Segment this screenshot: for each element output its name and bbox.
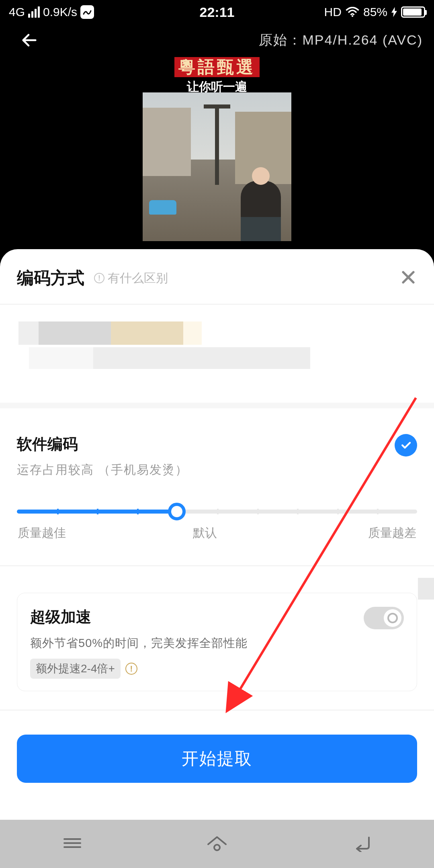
network-type: 4G xyxy=(9,5,25,19)
accel-badge: 额外提速2-4倍+ xyxy=(30,659,121,679)
warning-icon[interactable]: ! xyxy=(125,663,137,675)
quality-slider[interactable]: 质量越佳 默认 质量越差 xyxy=(0,490,434,545)
preview-title: 粵語甄選 xyxy=(174,57,260,77)
svg-point-2 xyxy=(214,845,220,850)
slider-label-mid: 默认 xyxy=(193,525,217,541)
info-icon: ! xyxy=(94,273,104,283)
status-bar: 4G 0.9K/s 22:11 HD 85% xyxy=(0,0,434,24)
back-nav-button[interactable] xyxy=(350,834,374,854)
start-extract-button[interactable]: 开始提取 xyxy=(17,735,417,783)
battery-percent: 85% xyxy=(363,5,387,19)
help-label: 有什么区别 xyxy=(108,270,168,287)
help-link[interactable]: ! 有什么区别 xyxy=(94,270,168,287)
system-nav-bar xyxy=(0,820,434,868)
back-button[interactable] xyxy=(20,31,39,49)
accel-toggle[interactable] xyxy=(364,607,404,629)
network-speed: 0.9K/s xyxy=(43,5,77,19)
svg-point-0 xyxy=(352,15,353,17)
close-button[interactable] xyxy=(399,268,417,288)
source-format: 原始：MP4/H.264 (AVC) xyxy=(259,31,423,49)
accel-title: 超级加速 xyxy=(30,607,404,627)
wifi-icon xyxy=(346,7,359,17)
home-button[interactable] xyxy=(205,834,229,854)
video-preview: 粵語甄選 让你听一遍 就忘不了的神仙歌曲 xyxy=(0,56,434,249)
charging-icon xyxy=(391,7,397,17)
top-nav: 原始：MP4/H.264 (AVC) xyxy=(0,24,434,56)
primary-button-label: 开始提取 xyxy=(182,747,252,770)
selected-check-icon xyxy=(395,434,417,457)
slider-knob[interactable] xyxy=(168,503,186,520)
encoding-options-row[interactable] xyxy=(0,305,434,391)
accel-desc: 额外节省50%的时间，完美发挥全部性能 xyxy=(30,635,404,651)
signal-icon xyxy=(28,6,40,18)
super-accel-card: 超级加速 额外节省50%的时间，完美发挥全部性能 额外提速2-4倍+ ! xyxy=(17,593,417,691)
hd-indicator: HD xyxy=(324,5,342,19)
sheet-title: 编码方式 xyxy=(17,267,84,289)
software-encode-option[interactable]: 软件编码 运存占用较高 （手机易发烫） xyxy=(0,408,434,490)
slider-label-left: 质量越佳 xyxy=(18,525,66,541)
clock: 22:11 xyxy=(200,4,235,20)
slider-label-right: 质量越差 xyxy=(368,525,416,541)
encoding-sheet: 编码方式 ! 有什么区别 软件编码 运存占用较高 （手机易发烫） xyxy=(0,249,434,868)
video-thumbnail[interactable] xyxy=(143,92,291,241)
recents-button[interactable] xyxy=(60,835,84,853)
app-indicator-icon xyxy=(80,5,94,19)
battery-icon xyxy=(401,6,425,18)
option-title: 软件编码 xyxy=(17,434,417,454)
option-desc: 运存占用较高 （手机易发烫） xyxy=(17,462,417,478)
